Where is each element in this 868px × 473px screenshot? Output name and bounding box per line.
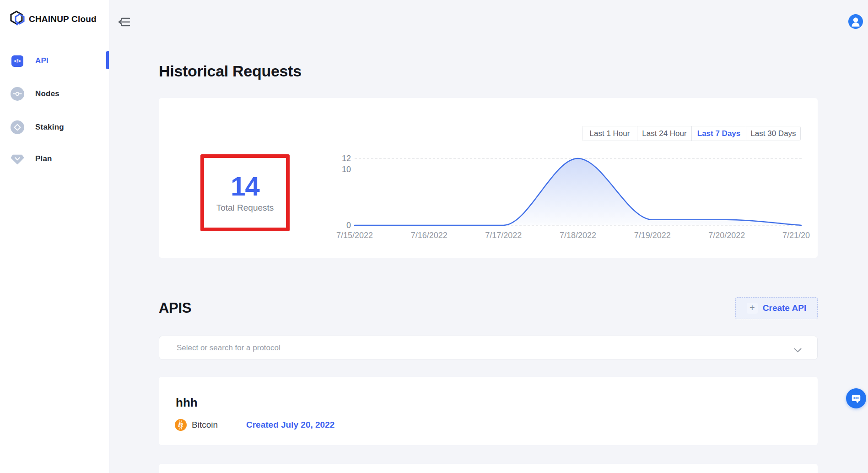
- chainup-logo-icon: [9, 10, 26, 28]
- sidebar-item-staking[interactable]: Staking: [0, 116, 109, 138]
- sidebar-item-api[interactable]: </> API: [0, 50, 109, 72]
- api-card-hhh[interactable]: hhh B Bitcoin Created July 20, 2022: [159, 377, 818, 445]
- menu-fold-icon: [118, 16, 130, 28]
- chat-support-button[interactable]: [846, 388, 866, 408]
- svg-text:0: 0: [346, 221, 351, 230]
- svg-text:7/16/2022: 7/16/2022: [411, 231, 447, 240]
- diamond-icon: [11, 120, 24, 134]
- svg-text:7/19/2022: 7/19/2022: [634, 231, 671, 240]
- page-title: Historical Requests: [159, 62, 302, 80]
- total-requests-stat: 14 Total Requests: [200, 154, 290, 231]
- api-name: hhh: [176, 396, 198, 410]
- brand-name: CHAINUP Cloud: [29, 14, 97, 24]
- node-icon: [11, 87, 24, 101]
- sidebar-item-label: API: [35, 56, 49, 65]
- total-requests-label: Total Requests: [216, 203, 274, 213]
- sidebar-item-nodes[interactable]: Nodes: [0, 83, 109, 105]
- svg-text:7/18/2022: 7/18/2022: [560, 231, 596, 240]
- sidebar-item-label: Staking: [35, 123, 64, 132]
- api-protocol-label: Bitcoin: [192, 419, 218, 431]
- sidebar-item-label: Nodes: [35, 89, 59, 98]
- svg-text:10: 10: [342, 165, 351, 174]
- sidebar-item-label: Plan: [35, 154, 52, 163]
- svg-text:7/15/2022: 7/15/2022: [336, 231, 373, 240]
- filter-last-24-hour[interactable]: Last 24 Hour: [637, 126, 691, 141]
- user-icon: [848, 14, 863, 29]
- app-window: CHAINUP Cloud </> API Nodes Staking: [0, 0, 868, 473]
- chat-bubble-icon: [850, 392, 862, 404]
- user-avatar[interactable]: [848, 14, 863, 29]
- svg-text:7/20/2022: 7/20/2022: [708, 231, 745, 240]
- protocol-select-placeholder: Select or search for a protocol: [177, 343, 280, 353]
- gem-icon: [11, 152, 24, 166]
- api-created-date: Created July 20, 2022: [246, 419, 334, 431]
- filter-last-7-days[interactable]: Last 7 Days: [691, 126, 746, 141]
- create-api-label: Create API: [763, 303, 806, 313]
- time-range-filter-group: Last 1 Hour Last 24 Hour Last 7 Days Las…: [582, 126, 801, 141]
- svg-text:7/17/2022: 7/17/2022: [485, 231, 522, 240]
- apis-section-title: APIS: [159, 300, 191, 316]
- total-requests-value: 14: [231, 173, 259, 200]
- code-icon: </>: [11, 54, 24, 68]
- chart-series: [355, 158, 801, 225]
- svg-text:7/21/20: 7/21/20: [782, 231, 810, 240]
- svg-text:12: 12: [342, 154, 351, 163]
- api-card-partial[interactable]: [159, 464, 818, 473]
- historical-requests-card: Last 1 Hour Last 24 Hour Last 7 Days Las…: [159, 98, 818, 258]
- plus-icon: +: [747, 303, 758, 314]
- svg-text:B: B: [178, 421, 184, 430]
- chevron-down-icon: [794, 346, 802, 354]
- sidebar-collapse-button[interactable]: [118, 16, 130, 28]
- brand-logo[interactable]: CHAINUP Cloud: [9, 10, 97, 28]
- create-api-button[interactable]: + Create API: [735, 297, 818, 319]
- filter-last-1-hour[interactable]: Last 1 Hour: [582, 126, 637, 141]
- filter-last-30-days[interactable]: Last 30 Days: [746, 126, 800, 141]
- sidebar-item-plan[interactable]: Plan: [0, 148, 109, 170]
- sidebar: CHAINUP Cloud </> API Nodes Staking: [0, 0, 109, 473]
- bitcoin-icon: B: [175, 419, 187, 431]
- protocol-select[interactable]: Select or search for a protocol: [159, 336, 818, 360]
- requests-chart: 121007/15/20227/16/20227/17/20227/18/202…: [320, 151, 814, 240]
